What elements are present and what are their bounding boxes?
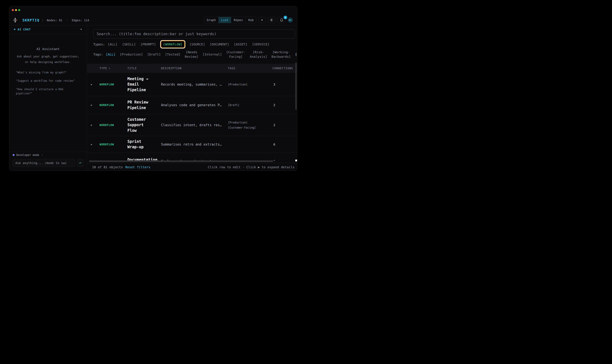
type-chip-skill[interactable]: [SKILL] — [122, 42, 135, 47]
edges-count: Edges: 114 — [72, 19, 89, 22]
column-header-title[interactable]: TITLE — [127, 67, 137, 70]
column-header-description[interactable]: DESCRIPTION — [161, 67, 182, 70]
row-connections: 6 — [273, 143, 275, 146]
row-type: WORKFLOW — [100, 123, 114, 127]
row-tag: [Customer-Facing] — [228, 126, 269, 129]
column-header-connections[interactable]: CONNECTIONS — [272, 67, 293, 70]
tag-chip-tested[interactable]: [Tested] — [165, 52, 180, 57]
window-controls — [12, 9, 20, 11]
tag-chip-customer--facing[interactable]: [Customer- Facing] — [226, 50, 245, 59]
status-dot-icon: ◉ — [14, 28, 15, 31]
assistant-title: AI Assistant — [9, 47, 87, 51]
brand-group: SKRPTIQ | Nodes: 81 · Edges: 114 — [13, 17, 89, 23]
tags-label: Tags: — [93, 52, 103, 56]
tag-chip-needs-review[interactable]: [Needs Review] — [185, 50, 198, 59]
topbar-actions: GraphListReposHub + 2 BC — [204, 17, 293, 23]
tag-chip-working--backwards[interactable]: [Working- Backwards] — [271, 50, 291, 59]
add-button[interactable]: + — [258, 17, 266, 23]
row-connections: 6 — [273, 159, 275, 161]
tag-chip-production[interactable]: [Production] — [120, 52, 143, 57]
table-row[interactable]: ▶WORKFLOWSprint Wrap-upSummarises retro … — [87, 136, 297, 153]
search-input[interactable] — [93, 29, 295, 39]
type-chip-workflow[interactable]: [WORKFLOW] — [161, 41, 185, 48]
ai-chat-header: ◉ AI CHAT ◀ — [9, 25, 87, 34]
tab-hub[interactable]: Hub — [245, 17, 256, 23]
app-title: SKRPTIQ — [22, 18, 40, 22]
row-title: Customer Support Flow — [127, 117, 155, 133]
sidebar-collapse-icon[interactable]: ◀ — [80, 28, 82, 31]
avatar[interactable]: BC — [288, 17, 293, 23]
zoom-window-button[interactable] — [18, 9, 20, 11]
title-separator: | — [42, 18, 43, 22]
types-label: Types: — [93, 42, 105, 46]
row-type: WORKFLOW — [100, 143, 114, 146]
objects-table: ▶WORKFLOWMeeting → Email PipelineRecords… — [87, 73, 297, 161]
row-connections: 2 — [273, 103, 275, 107]
row-tags: [Draft] — [228, 104, 269, 107]
suggestion-item[interactable]: "How should I structure a RAG pipeline?" — [16, 87, 82, 96]
tab-graph[interactable]: Graph — [204, 17, 218, 23]
expand-row-icon[interactable]: ▶ — [91, 83, 92, 86]
type-chip-asset[interactable]: [ASSET] — [234, 42, 247, 47]
type-chip-all[interactable]: [ALL] — [108, 42, 117, 47]
send-button[interactable]: ↵ — [77, 159, 84, 167]
suggestion-item[interactable]: "What's missing from my graph?" — [16, 70, 82, 75]
row-type: WORKFLOW — [100, 104, 114, 107]
type-filter-row: Types: [ALL][SKILL][PROMPT][WORKFLOW][SO… — [93, 41, 269, 48]
app-window: SKRPTIQ | Nodes: 81 · Edges: 114 GraphLi… — [9, 6, 297, 171]
theme-toggle-button[interactable] — [267, 17, 275, 23]
tag-filter-row: Tags: [ALL][Production][Draft][Tested][N… — [93, 49, 291, 60]
dot-separator: · — [66, 19, 68, 22]
notifications-button[interactable]: 2 — [277, 17, 286, 23]
type-chip-document[interactable]: [DOCUMENT] — [210, 42, 229, 47]
column-header-tags[interactable]: TAGS — [228, 67, 235, 70]
close-window-button[interactable] — [12, 9, 14, 11]
suggestion-item[interactable]: "Suggest a workflow for code review" — [16, 79, 82, 83]
tag-chip-partial[interactable]: [ — [295, 49, 297, 60]
type-chip-prompt[interactable]: [PROMPT] — [141, 42, 156, 47]
footer-hint: Click row to edit · Click ▶ to expand de… — [208, 165, 294, 169]
expand-row-icon[interactable]: ▶ — [91, 143, 92, 146]
status-bar: 10 of 81 objects Reset filters Click row… — [87, 163, 297, 171]
mode-status-dot-icon — [13, 154, 14, 156]
vertical-scrollbar[interactable] — [295, 63, 297, 110]
ai-chat-panel: ◉ AI CHAT ◀ AI Assistant Ask about your … — [9, 25, 87, 171]
main-content: Types: [ALL][SKILL][PROMPT][WORKFLOW][SO… — [87, 25, 297, 171]
sort-asc-icon: ↑ — [108, 67, 110, 70]
table-header: TYPE↑ TITLE DESCRIPTION TAGS CONNECTIONS — [87, 64, 297, 73]
expand-row-icon[interactable]: ▶ — [91, 124, 92, 127]
tag-chip-risk--analysis[interactable]: [Risk- Analysis] — [250, 50, 267, 59]
object-count: 10 of 81 objects — [92, 165, 123, 169]
tag-chip-draft[interactable]: [Draft] — [147, 52, 161, 57]
table-row[interactable]: ▶WORKFLOWPR Review PipelineAnalyses code… — [87, 96, 297, 114]
tag-chip-all[interactable]: [ALL] — [106, 52, 115, 57]
assistant-subtitle: Ask about your graph, get suggestions, o… — [13, 54, 83, 65]
tab-list[interactable]: List — [218, 17, 231, 23]
row-title: Sprint Wrap-up — [127, 139, 155, 150]
suggestion-list: "What's missing from my graph?""Suggest … — [16, 70, 82, 100]
mode-selector[interactable]: Developer mode ▾ — [13, 153, 43, 156]
minimize-window-button[interactable] — [15, 9, 17, 11]
chat-input[interactable] — [13, 159, 75, 167]
table-row[interactable]: ▶WORKFLOWMeeting → Email PipelineRecords… — [87, 73, 297, 96]
reset-filters-link[interactable]: Reset filters — [125, 165, 150, 169]
dropdown-caret-icon: ▾ — [42, 154, 43, 156]
notification-badge: 2 — [284, 16, 287, 19]
tab-repos[interactable]: Repos — [231, 17, 245, 23]
column-header-type[interactable]: TYPE↑ — [100, 67, 110, 70]
row-description: Records meeting, summarises, … — [161, 82, 228, 86]
type-chip-source[interactable]: [SOURCE] — [190, 42, 205, 47]
sun-icon — [270, 18, 273, 22]
expand-row-icon[interactable]: ▶ — [91, 104, 92, 106]
tag-chip-list: [ALL][Production][Draft][Tested][Needs R… — [106, 50, 291, 59]
type-chip-service[interactable]: [SERVICE] — [252, 42, 269, 47]
return-icon: ↵ — [79, 161, 82, 165]
horizontal-scrollbar[interactable] — [89, 160, 273, 162]
table-row[interactable]: ▶WORKFLOWCustomer Support FlowClassifies… — [87, 114, 297, 136]
row-description: Summarises retro and extracts… — [161, 143, 228, 146]
tag-chip-internal[interactable]: [Internal] — [203, 52, 222, 57]
row-title: PR Review Pipeline — [127, 100, 155, 111]
table-row[interactable]: ▶WORKFLOWDocumentationAnalyses docs and … — [87, 153, 297, 161]
row-connections: 2 — [273, 123, 275, 127]
scrollbar-corner — [295, 160, 297, 161]
